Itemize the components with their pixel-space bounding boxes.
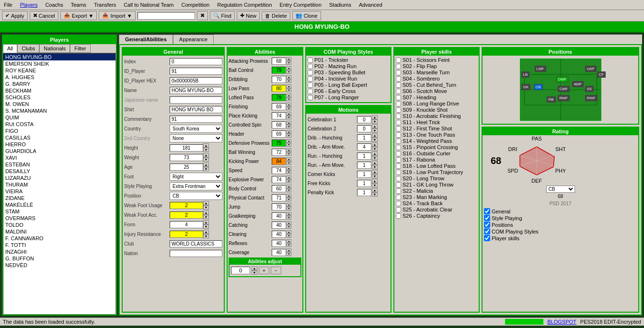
adj-up[interactable]: ▲ (252, 266, 257, 270)
cb-skills-check[interactable] (484, 235, 490, 241)
com-p07-check[interactable] (308, 95, 313, 100)
tab-all[interactable]: All (3, 44, 17, 53)
list-item[interactable]: CASILLAS (3, 134, 115, 141)
ability-up[interactable]: ▲ (287, 166, 291, 170)
cb-com-check[interactable] (484, 228, 490, 234)
ability-down[interactable]: ▼ (287, 161, 291, 165)
pos-rb[interactable]: RB (547, 96, 556, 103)
delete-button[interactable]: 🗑 Delete (262, 12, 290, 20)
skill-s19-check[interactable] (396, 170, 401, 175)
up[interactable]: ▲ (372, 161, 378, 165)
motion-cel2-input[interactable] (357, 125, 371, 132)
list-item[interactable]: G. BUFFON (3, 255, 115, 262)
menu-competition[interactable]: Competition (180, 1, 212, 9)
skill-s09-check[interactable] (396, 107, 401, 113)
id-hex-input[interactable] (170, 77, 222, 84)
ability-val[interactable] (272, 58, 286, 65)
ability-up[interactable]: ▲ (287, 221, 291, 225)
ability-val[interactable] (272, 185, 286, 192)
ability-down[interactable]: ▼ (287, 216, 291, 220)
skill-s02-check[interactable] (396, 64, 401, 69)
tab-nationals[interactable]: Nationals (39, 44, 70, 53)
form-input[interactable] (170, 221, 203, 228)
weight-down[interactable]: ▼ (203, 157, 209, 162)
pos-lmf[interactable]: LMF (535, 66, 546, 72)
ability-up[interactable]: ▲ (287, 248, 291, 252)
list-item[interactable]: F. TOTTI (3, 242, 115, 248)
list-item[interactable]: QUIM (3, 114, 115, 121)
list-item[interactable]: EMERSON SHEIK (3, 60, 115, 67)
skill-s08-check[interactable] (396, 101, 401, 106)
list-item[interactable]: THURAM (3, 181, 115, 188)
nation-input[interactable] (170, 250, 222, 257)
list-item[interactable]: XAVI (3, 154, 115, 161)
down[interactable]: ▼ (372, 183, 378, 187)
apply-button[interactable]: ✔ Apply (2, 11, 28, 20)
list-item[interactable]: MALDINI (3, 228, 115, 235)
ability-down[interactable]: ▼ (287, 207, 291, 211)
up[interactable]: ▲ (372, 179, 378, 183)
skill-s20-check[interactable] (396, 176, 401, 181)
up[interactable]: ▲ (372, 170, 378, 174)
skill-s25-check[interactable] (396, 207, 401, 212)
skill-s04-check[interactable] (396, 76, 401, 82)
ability-val[interactable] (272, 194, 286, 201)
list-item[interactable]: ZIDANE (3, 195, 115, 201)
com-p01-check[interactable] (308, 58, 313, 63)
menu-transfers[interactable]: Transfers (92, 1, 118, 9)
menu-coachs[interactable]: Coachs (43, 1, 65, 9)
id-player-input[interactable] (170, 68, 222, 75)
ability-val[interactable] (272, 103, 286, 110)
weak-foot-acc-up[interactable]: ▲ (203, 211, 209, 215)
pos-lwf[interactable]: LWF (585, 66, 597, 72)
ability-down[interactable]: ▼ (287, 134, 291, 138)
age-up[interactable]: ▲ (203, 163, 209, 167)
menu-file[interactable]: File (2, 1, 14, 9)
style-playing-select[interactable]: Extra Frontman (170, 182, 222, 190)
ability-down[interactable]: ▼ (287, 188, 291, 192)
ability-val[interactable] (272, 249, 286, 256)
up[interactable]: ▲ (372, 142, 378, 147)
weak-foot-usage-input[interactable] (170, 202, 203, 209)
menu-stadiums[interactable]: Stadiums (327, 1, 353, 9)
skill-s17-check[interactable] (396, 157, 401, 163)
down[interactable]: ▼ (372, 174, 378, 178)
list-item[interactable]: TOLDO (3, 222, 115, 228)
skill-s23-check[interactable] (396, 195, 401, 200)
weak-foot-acc-input[interactable] (170, 211, 203, 219)
menu-advanced[interactable]: Advanced (357, 1, 384, 9)
tab-general-abilities[interactable]: General/Abilities (119, 35, 173, 44)
ability-up[interactable]: ▲ (287, 121, 291, 125)
cb-positions-check[interactable] (484, 222, 490, 228)
ability-up[interactable]: ▲ (287, 66, 291, 70)
weight-up[interactable]: ▲ (203, 153, 209, 157)
ability-val[interactable] (272, 158, 286, 165)
list-item[interactable]: OVERMARS (3, 215, 115, 222)
list-item[interactable]: RUI COSTA (3, 121, 115, 128)
new-button[interactable]: ✚ New (237, 11, 260, 20)
menu-players[interactable]: Players (18, 1, 40, 9)
motion-cel1-input[interactable] (357, 116, 371, 123)
ability-down[interactable]: ▼ (287, 179, 291, 183)
age-down[interactable]: ▼ (203, 167, 209, 171)
ability-val[interactable] (272, 76, 286, 83)
ability-up[interactable]: ▲ (287, 148, 291, 152)
motion-cel1-down[interactable]: ▼ (372, 119, 378, 124)
skill-s01-check[interactable] (396, 58, 401, 63)
motion-run-arm-input[interactable] (357, 162, 371, 169)
find-button[interactable]: 🔍 Find (210, 11, 235, 20)
ability-down[interactable]: ▼ (287, 143, 291, 147)
clear-search-button[interactable]: ✖ (197, 11, 208, 20)
pos-cmf[interactable]: CMF (558, 86, 570, 92)
motion-cel2-up[interactable]: ▲ (372, 124, 378, 129)
menu-call-national[interactable]: Call to National Team (122, 1, 175, 9)
ability-val[interactable] (272, 222, 286, 229)
adj-plus-button[interactable]: + (259, 267, 269, 274)
list-item[interactable]: STAM (3, 208, 115, 215)
skill-s03-check[interactable] (396, 70, 401, 75)
pos-cf[interactable]: CF (597, 71, 606, 78)
pos-cb[interactable]: CB (534, 84, 543, 90)
tab-filter[interactable]: Filter (70, 44, 90, 53)
ability-down[interactable]: ▼ (287, 79, 291, 83)
ability-down[interactable]: ▼ (287, 125, 291, 129)
